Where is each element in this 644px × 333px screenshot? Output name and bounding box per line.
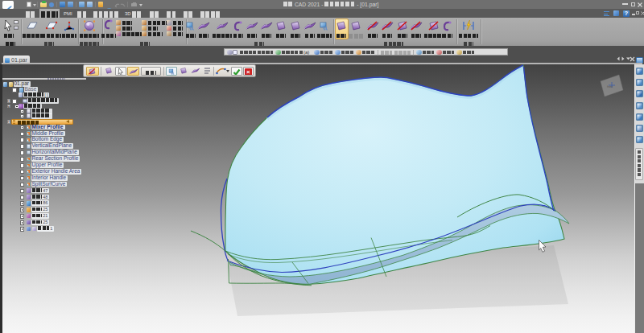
svg-text:front: front [607, 85, 613, 88]
